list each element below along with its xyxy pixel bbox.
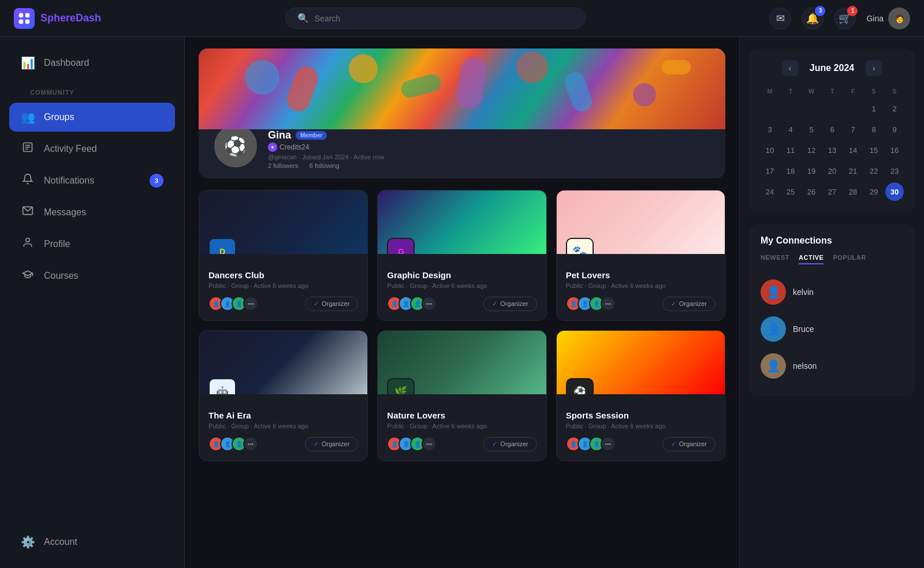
sidebar-item-account[interactable]: ⚙️ Account: [9, 528, 175, 556]
tab-popular[interactable]: POPULAR: [833, 254, 866, 264]
group-card[interactable]: G Graphic Design Public · Group · Active…: [377, 190, 546, 321]
community-section-label: COMMUNITY: [9, 80, 175, 100]
calendar-day[interactable]: 19: [802, 162, 821, 180]
sidebar-item-courses[interactable]: Courses: [9, 261, 175, 290]
calendar-day[interactable]: 10: [761, 141, 779, 159]
group-meta: Public · Group · Active 6 weeks ago: [208, 423, 358, 429]
group-avatar: 🐾: [566, 238, 594, 254]
sidebar-item-profile[interactable]: Profile: [9, 229, 175, 259]
sidebar-item-messages[interactable]: Messages: [9, 197, 175, 227]
calendar-day[interactable]: 22: [865, 162, 883, 180]
cart-badge: 1: [847, 6, 858, 16]
group-card[interactable]: 🌿 Nature Lovers Public · Group · Active …: [377, 330, 546, 461]
group-card[interactable]: D Dancers Club Public · Group · Active 6…: [199, 190, 368, 321]
member-avatars: 👤 👤 👤 •••: [387, 436, 437, 451]
calendar-day[interactable]: 17: [761, 162, 779, 180]
sidebar-item-notifications[interactable]: Notifications 3: [9, 166, 175, 195]
group-card[interactable]: 🤖 The Ai Era Public · Group · Active 6 w…: [199, 330, 368, 461]
organizer-button[interactable]: ✓ Organizer: [305, 437, 358, 451]
activity-icon: [21, 141, 35, 156]
group-name: The Ai Era: [208, 410, 358, 420]
logo[interactable]: SphereDash: [14, 8, 101, 29]
tab-active[interactable]: ACTIVE: [799, 254, 824, 264]
group-card-body: Nature Lovers Public · Group · Active 6 …: [378, 394, 546, 461]
more-members-btn[interactable]: •••: [243, 296, 258, 311]
calendar-day[interactable]: 13: [823, 141, 841, 159]
calendar-day[interactable]: 21: [844, 162, 862, 180]
organizer-label: Organizer: [500, 300, 528, 307]
calendar-header: ‹ June 2024 ›: [761, 60, 903, 76]
svg-rect-3: [25, 19, 29, 23]
calendar-day[interactable]: 29: [865, 182, 883, 201]
calendar-day[interactable]: 27: [823, 182, 841, 201]
notifications-nav-icon: [21, 173, 35, 188]
calendar-day[interactable]: 20: [823, 162, 841, 180]
group-card-body: Pet Lovers Public · Group · Active 6 wee…: [557, 254, 725, 320]
more-members-btn[interactable]: •••: [243, 436, 258, 451]
group-card-body: Graphic Design Public · Group · Active 6…: [378, 254, 546, 320]
profile-credits: ● Credits24: [268, 143, 384, 152]
calendar-day[interactable]: 2: [885, 99, 904, 118]
sidebar-label-notifications: Notifications: [44, 175, 94, 186]
calendar-day[interactable]: 23: [885, 162, 904, 180]
profile-name-row: Gina Member: [268, 129, 384, 141]
organizer-button[interactable]: ✓ Organizer: [483, 297, 536, 311]
organizer-button[interactable]: ✓ Organizer: [662, 297, 716, 311]
group-avatar: D: [208, 238, 236, 254]
user-menu[interactable]: Gina 🧑: [866, 8, 910, 29]
connection-item[interactable]: 👤 kelvin: [761, 274, 903, 311]
calendar-day[interactable]: 8: [865, 120, 883, 139]
calendar: ‹ June 2024 › MTWTFSS1234567891011121314…: [749, 48, 915, 212]
calendar-day[interactable]: 1: [865, 99, 883, 118]
search-input[interactable]: [315, 14, 573, 23]
group-card[interactable]: 🐾 Pet Lovers Public · Group · Active 6 w…: [556, 190, 725, 321]
more-members-btn[interactable]: •••: [601, 296, 616, 311]
connection-item[interactable]: 👤 Bruce: [761, 311, 903, 347]
calendar-next[interactable]: ›: [866, 60, 882, 76]
more-members-btn[interactable]: •••: [422, 436, 437, 451]
organizer-button[interactable]: ✓ Organizer: [662, 437, 716, 451]
calendar-day[interactable]: 15: [865, 141, 883, 159]
svg-rect-0: [19, 13, 23, 17]
calendar-day[interactable]: 3: [761, 120, 779, 139]
notifications-count: 3: [150, 174, 163, 188]
calendar-day[interactable]: 7: [844, 120, 862, 139]
calendar-day[interactable]: 24: [761, 182, 779, 201]
cart-button[interactable]: 🛒 1: [834, 8, 856, 29]
calendar-day[interactable]: 9: [885, 120, 904, 139]
calendar-day[interactable]: 14: [844, 141, 862, 159]
svg-line-10: [28, 207, 32, 211]
sidebar-item-dashboard[interactable]: 📊 Dashboard: [9, 48, 175, 77]
search-bar[interactable]: 🔍: [285, 8, 586, 29]
cal-day-header: M: [761, 85, 779, 97]
calendar-day[interactable]: 16: [885, 141, 904, 159]
calendar-day[interactable]: 28: [844, 182, 862, 201]
more-members-btn[interactable]: •••: [601, 436, 616, 451]
calendar-day[interactable]: 26: [802, 182, 821, 201]
inbox-button[interactable]: ✉: [769, 8, 791, 29]
connections-section: My Connections NEWEST ACTIVE POPULAR 👤 k…: [749, 224, 915, 396]
more-members-btn[interactable]: •••: [422, 296, 437, 311]
calendar-day[interactable]: 4: [781, 120, 800, 139]
calendar-prev[interactable]: ‹: [782, 60, 798, 76]
organizer-button[interactable]: ✓ Organizer: [483, 437, 536, 451]
calendar-day[interactable]: 5: [802, 120, 821, 139]
sidebar-item-activity-feed[interactable]: Activity Feed: [9, 134, 175, 163]
sidebar-item-groups[interactable]: 👥 Groups: [9, 103, 175, 132]
tab-newest[interactable]: NEWEST: [761, 254, 789, 264]
calendar-day[interactable]: 18: [781, 162, 800, 180]
conn-name: kelvin: [793, 287, 814, 297]
calendar-day[interactable]: 25: [781, 182, 800, 201]
notifications-button[interactable]: 🔔 3: [802, 8, 824, 29]
group-meta: Public · Group · Active 6 weeks ago: [208, 282, 358, 289]
account-icon: ⚙️: [21, 535, 35, 549]
calendar-day[interactable]: 12: [802, 141, 821, 159]
group-card[interactable]: ⚽ Sports Session Public · Group · Active…: [556, 330, 725, 461]
check-icon: ✓: [492, 440, 497, 448]
connection-item[interactable]: 👤 nelson: [761, 347, 903, 384]
organizer-button[interactable]: ✓ Organizer: [305, 297, 358, 311]
calendar-day[interactable]: 6: [823, 120, 841, 139]
calendar-day[interactable]: 11: [781, 141, 800, 159]
sidebar-label-profile: Profile: [44, 239, 70, 249]
calendar-day[interactable]: 30: [885, 182, 904, 201]
